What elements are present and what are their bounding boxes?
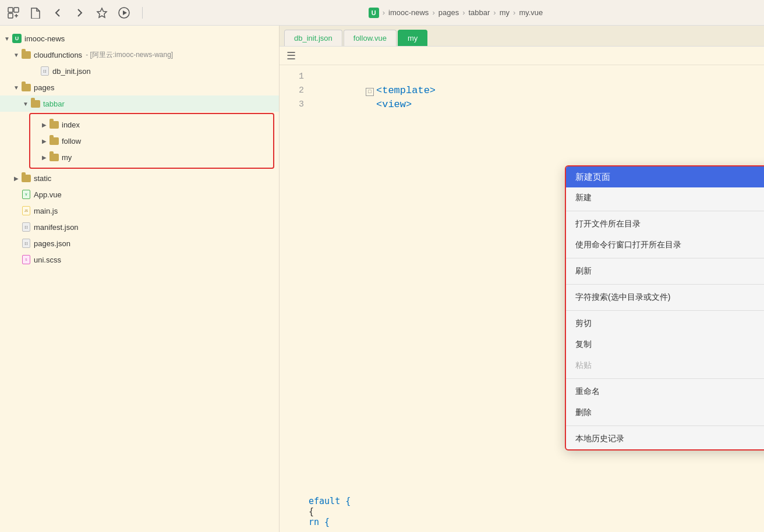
expand-arrow-follow xyxy=(40,136,49,146)
ctx-item-refresh[interactable]: 刷新 xyxy=(566,261,764,282)
tree-item-index[interactable]: index xyxy=(30,116,273,133)
tab-my[interactable]: my xyxy=(398,30,427,46)
ctx-item-search[interactable]: 字符搜索(选中目录或文件) xyxy=(566,287,764,308)
ctx-label-refresh: 刷新 xyxy=(575,266,592,276)
ctx-sep-6 xyxy=(566,425,764,426)
tree-item-static[interactable]: static xyxy=(0,170,279,186)
bc-my[interactable]: my xyxy=(500,8,510,17)
ctx-label-paste: 粘贴 xyxy=(575,360,592,371)
bc-imooc-news[interactable]: imooc-news xyxy=(388,8,429,17)
tree-item-db-init[interactable]: [ ] db_init.json xyxy=(0,63,279,79)
svg-rect-1 xyxy=(14,8,19,12)
tree-label-pages: pages xyxy=(34,83,54,92)
ctx-label-open-cmd: 使用命令行窗口打开所在目录 xyxy=(575,240,681,250)
tab-label-follow-vue: follow.vue xyxy=(353,34,387,42)
tree-item-uni-scss[interactable]: S uni.scss xyxy=(0,251,279,268)
ctx-item-delete[interactable]: 删除 xyxy=(566,402,764,423)
code-line-1: □<template> xyxy=(313,70,759,84)
tree-label-uni-scss: uni.scss xyxy=(34,256,61,264)
tab-bar: db_init.json follow.vue my xyxy=(280,26,764,47)
tree-item-pages-json[interactable]: [ ] pages.json xyxy=(0,235,279,251)
tree-item-follow[interactable]: follow xyxy=(30,133,273,149)
forward-icon[interactable] xyxy=(73,6,86,19)
folder-icon-static xyxy=(21,173,31,183)
tree-label-pages-json: pages.json xyxy=(34,239,70,248)
ctx-sep-4 xyxy=(566,310,764,311)
star-icon[interactable] xyxy=(96,6,108,19)
ctx-item-open-cmd[interactable]: 使用命令行窗口打开所在目录 xyxy=(566,235,764,256)
ctx-item-new[interactable]: 新建 ▶ xyxy=(566,187,764,208)
ctx-label-new-page: 新建页面 xyxy=(575,172,610,183)
editor-area: db_init.json follow.vue my ☰ 1 2 3 □<tem… xyxy=(280,26,764,532)
tree-label-static: static xyxy=(34,174,51,183)
ctx-item-cut[interactable]: 剪切 ⌘X xyxy=(566,313,764,334)
tree-item-pages[interactable]: pages xyxy=(0,79,279,95)
hamburger-bar: ☰ xyxy=(280,47,764,65)
tree-item-manifest-json[interactable]: [ ] manifest.json xyxy=(0,219,279,235)
ctx-sep-5 xyxy=(566,378,764,379)
ctx-item-open-dir[interactable]: 打开文件所在目录 xyxy=(566,214,764,235)
bc-pages[interactable]: pages xyxy=(438,8,459,17)
svg-marker-5 xyxy=(97,8,107,17)
bottom-line-3: rn { xyxy=(309,517,735,527)
tree-label-main-js: main.js xyxy=(34,207,58,215)
sidebar: U imooc-news cloudfunctions - [阿里云:imooc… xyxy=(0,26,280,532)
tree-item-app-vue[interactable]: V App.vue xyxy=(0,186,279,203)
svg-rect-2 xyxy=(8,13,13,18)
expand-arrow-my xyxy=(40,152,49,162)
fold-marker[interactable]: □ xyxy=(366,88,374,96)
highlight-box: index follow my xyxy=(29,113,274,169)
ctx-item-new-page[interactable]: 新建页面 xyxy=(566,166,764,187)
tree-label-follow: follow xyxy=(62,137,81,146)
tree-item-cloudfunctions[interactable]: cloudfunctions - [阿里云:imooc-news-wang] xyxy=(0,47,279,63)
tree-item-imooc-news[interactable]: U imooc-news xyxy=(0,30,279,47)
expand-arrow-index xyxy=(40,120,49,129)
tree-item-main-js[interactable]: JS main.js xyxy=(0,203,279,219)
svg-rect-0 xyxy=(8,8,13,12)
vue-icon-app: V xyxy=(21,189,31,200)
play-icon[interactable] xyxy=(118,6,130,19)
back-icon[interactable] xyxy=(51,6,64,19)
ctx-label-rename: 重命名 xyxy=(575,386,600,397)
main-layout: U imooc-news cloudfunctions - [阿里云:imooc… xyxy=(0,26,764,532)
json-icon-pages: [ ] xyxy=(21,238,31,249)
bc-tabbar[interactable]: tabbar xyxy=(468,8,490,17)
tab-follow-vue[interactable]: follow.vue xyxy=(344,30,397,46)
hamburger-icon[interactable]: ☰ xyxy=(286,49,296,62)
expand-arrow-cloudfunctions xyxy=(12,50,21,59)
ctx-sep-3 xyxy=(566,284,764,285)
js-icon-main: JS xyxy=(21,205,31,216)
tree-label-manifest-json: manifest.json xyxy=(34,223,79,232)
ctx-label-open-dir: 打开文件所在目录 xyxy=(575,219,641,229)
ctx-label-copy: 复制 xyxy=(575,339,592,350)
ctx-sep-2 xyxy=(566,258,764,258)
folder-icon-my xyxy=(49,152,59,162)
tree-label-app-vue: App.vue xyxy=(34,190,62,199)
folder-icon-cloudfunctions xyxy=(21,49,31,60)
ctx-label-cut: 剪切 xyxy=(575,318,592,329)
ctx-item-copy[interactable]: 复制 ⌘C xyxy=(566,334,764,355)
grid-add-icon[interactable] xyxy=(7,6,20,19)
ctx-label-new: 新建 xyxy=(575,193,592,203)
bc-my-vue[interactable]: my.vue xyxy=(519,8,543,17)
tree-label-imooc-news: imooc-news xyxy=(24,34,65,43)
line-numbers: 1 2 3 xyxy=(280,70,309,487)
tree-label-index: index xyxy=(62,120,80,129)
breadcrumb: U › imooc-news › pages › tabbar › my › m… xyxy=(154,8,757,18)
ctx-item-history[interactable]: 本地历史记录 ⇧⌘H xyxy=(566,428,764,449)
folder-icon-pages xyxy=(21,82,31,93)
tab-label-db-init: db_init.json xyxy=(294,34,333,42)
bottom-line-2: { xyxy=(309,506,735,517)
bottom-line-1: efault { xyxy=(309,496,735,506)
bottom-code: efault { { rn { xyxy=(280,491,764,532)
svg-marker-7 xyxy=(123,10,127,15)
ctx-item-rename[interactable]: 重命名 F2 xyxy=(566,381,764,402)
file-icon[interactable] xyxy=(29,6,42,19)
tree-label-my: my xyxy=(62,153,72,162)
tree-item-my[interactable]: my xyxy=(30,149,273,165)
root-icon: U xyxy=(12,33,22,44)
tab-db-init[interactable]: db_init.json xyxy=(284,30,342,46)
json-icon-db-init: [ ] xyxy=(40,66,50,76)
expand-arrow xyxy=(2,34,12,43)
tree-item-tabbar[interactable]: tabbar xyxy=(0,95,279,112)
